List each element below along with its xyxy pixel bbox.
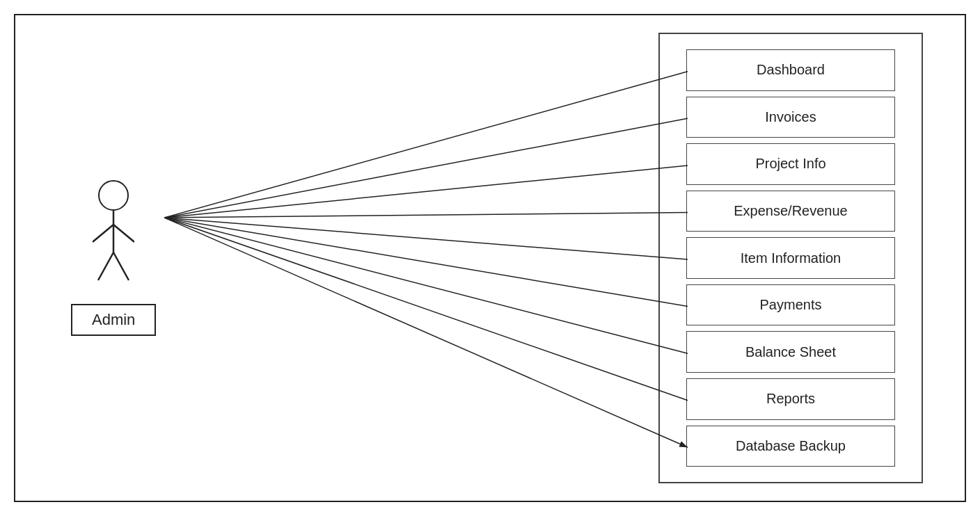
- svg-line-2: [113, 225, 134, 242]
- stick-figure: [93, 180, 134, 294]
- svg-line-3: [98, 252, 113, 280]
- usecase-database-backup[interactable]: Database Backup: [686, 426, 895, 467]
- usecase-project-info[interactable]: Project Info: [686, 143, 895, 185]
- svg-line-1: [93, 225, 113, 242]
- svg-line-7: [164, 118, 688, 218]
- usecase-dashboard[interactable]: Dashboard: [686, 49, 895, 91]
- svg-line-14: [164, 218, 688, 447]
- svg-line-4: [113, 252, 129, 280]
- diagram-container: Admin Dashboard Invoices Project Info Ex…: [14, 14, 966, 502]
- svg-line-9: [164, 212, 688, 218]
- svg-line-10: [164, 218, 688, 259]
- usecase-payments[interactable]: Payments: [686, 284, 895, 326]
- stick-body: [93, 211, 134, 294]
- actor-label: Admin: [71, 304, 156, 336]
- usecase-expense-revenue[interactable]: Expense/Revenue: [686, 191, 895, 232]
- usecase-container: Dashboard Invoices Project Info Expense/…: [658, 33, 923, 483]
- svg-line-8: [164, 166, 688, 218]
- svg-line-13: [164, 218, 688, 401]
- svg-line-6: [164, 72, 688, 218]
- usecase-invoices[interactable]: Invoices: [686, 97, 895, 138]
- actor: Admin: [71, 180, 156, 336]
- usecase-reports[interactable]: Reports: [686, 378, 895, 420]
- svg-line-12: [164, 218, 688, 353]
- stick-head: [98, 180, 129, 211]
- svg-line-11: [164, 218, 688, 307]
- usecase-item-information[interactable]: Item Information: [686, 237, 895, 279]
- usecase-balance-sheet[interactable]: Balance Sheet: [686, 331, 895, 373]
